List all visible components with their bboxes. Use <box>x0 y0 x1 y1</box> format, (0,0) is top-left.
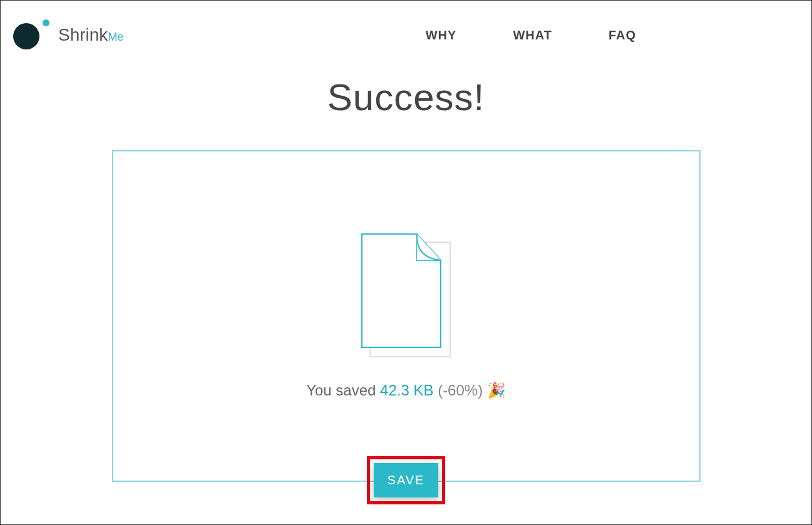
saved-percent: (-60%) <box>433 382 486 399</box>
brand-name: ShrinkMe <box>58 25 123 45</box>
file-stack-icon <box>361 233 451 358</box>
brand-name-main: Shrink <box>58 25 108 44</box>
celebrate-icon: 🎉 <box>487 382 506 399</box>
nav: WHY WHAT FAQ <box>426 28 636 43</box>
nav-what[interactable]: WHAT <box>513 28 552 43</box>
file-front-icon <box>361 233 442 349</box>
save-button[interactable]: SAVE <box>374 463 439 497</box>
nav-why[interactable]: WHY <box>426 28 457 43</box>
saved-summary: You saved 42.3 KB (-60%) 🎉 <box>306 382 506 399</box>
page-title: Success! <box>1 76 811 119</box>
nav-faq[interactable]: FAQ <box>609 28 636 43</box>
saved-amount: 42.3 KB <box>380 382 433 399</box>
save-button-highlight: SAVE <box>367 456 446 504</box>
brand-name-accent: Me <box>108 31 123 43</box>
header: ShrinkMe WHY WHAT FAQ <box>1 1 811 57</box>
saved-prefix: You saved <box>306 382 380 399</box>
brand-logo[interactable]: ShrinkMe <box>13 21 123 49</box>
logo-icon <box>13 21 42 49</box>
result-panel: You saved 42.3 KB (-60%) 🎉 SAVE <box>112 150 701 482</box>
